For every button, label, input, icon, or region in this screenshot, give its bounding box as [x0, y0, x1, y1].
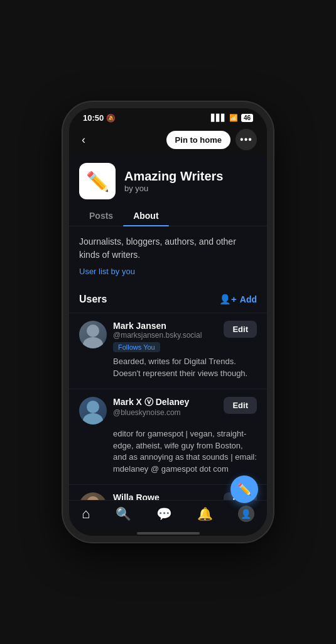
about-section: Journalists, bloggers, authors, and othe… [69, 226, 267, 289]
user-header: Mark Χ ⓥ Delaney @blueskynoise.com Edit [79, 397, 257, 425]
tabs-bar: Posts About [69, 204, 267, 226]
user-bio-mark-delaney: editor for gamespot | vegan, straight-ed… [79, 428, 257, 475]
mute-icon: 🔕 [106, 114, 116, 123]
svg-point-2 [87, 401, 99, 413]
profile-info: Amazing Writers by you [124, 169, 223, 193]
user-card-mark-delaney: Mark Χ ⓥ Delaney @blueskynoise.com Edit … [69, 389, 267, 484]
profile-section: ✏️ Amazing Writers by you [69, 155, 267, 204]
user-card-mark-jansen: Mark Jansen @marksjansen.bsky.social Fol… [69, 313, 267, 389]
svg-point-3 [83, 413, 103, 425]
bottom-tab-bar: ⌂ 🔍 💬 🔔 👤 [69, 500, 267, 530]
user-bio-mark-jansen: Bearded, writes for Digital Trends. Does… [79, 356, 257, 380]
home-icon: ⌂ [82, 506, 90, 522]
bottom-tab-home[interactable]: ⌂ [82, 506, 90, 522]
tab-about[interactable]: About [123, 204, 168, 226]
add-user-icon: 👤+ [219, 294, 237, 305]
status-bar: 10:50 🔕 ▋▋▋ 📶 46 [69, 108, 267, 125]
pin-to-home-button[interactable]: Pin to home [166, 131, 230, 149]
bottom-tab-messages[interactable]: 💬 [156, 506, 172, 521]
group-icon: ✏️ [79, 163, 116, 199]
back-button[interactable]: ‹ [79, 131, 88, 149]
user-name: Willa Rowe [113, 492, 217, 500]
user-info-mark-delaney: Mark Χ ⓥ Delaney @blueskynoise.com [113, 397, 217, 417]
user-header: Mark Jansen @marksjansen.bsky.social Fol… [79, 321, 257, 352]
status-icons: ▋▋▋ 📶 46 [211, 114, 253, 122]
main-content: ✏️ Amazing Writers by you Posts About Jo… [69, 155, 267, 500]
svg-point-1 [83, 337, 103, 348]
user-info-mark-jansen: Mark Jansen @marksjansen.bsky.social Fol… [113, 321, 217, 352]
avatar-mark-delaney [79, 397, 107, 425]
group-name: Amazing Writers [124, 169, 223, 184]
avatar-mark-jansen [79, 321, 107, 348]
nav-actions: Pin to home ••• [166, 129, 257, 150]
user-list-by: User list by you [79, 267, 257, 276]
user-info-willa-rowe: Willa Rowe @thewillarowe.bsky.social [113, 492, 217, 500]
user-header: Willa Rowe @thewillarowe.bsky.social Edi… [79, 492, 257, 500]
user-handle: @blueskynoise.com [113, 408, 217, 417]
notifications-icon: 🔔 [197, 506, 213, 521]
bottom-tab-profile[interactable]: 👤 [238, 506, 254, 522]
svg-point-0 [87, 325, 99, 337]
about-description: Journalists, bloggers, authors, and othe… [79, 235, 257, 262]
user-name: Mark Χ ⓥ Delaney [113, 397, 217, 408]
signal-icon: ▋▋▋ [211, 114, 226, 122]
status-time: 10:50 🔕 [83, 113, 116, 123]
user-handle: @marksjansen.bsky.social [113, 331, 217, 340]
edit-button-mark-delaney[interactable]: Edit [224, 397, 257, 414]
edit-button-mark-jansen[interactable]: Edit [224, 321, 257, 338]
profile-avatar-icon: 👤 [238, 506, 254, 522]
phone-frame: 10:50 🔕 ▋▋▋ 📶 46 ‹ Pin to home ••• ✏️ Am… [63, 102, 273, 542]
follows-badge: Follows You [113, 342, 160, 352]
tab-posts[interactable]: Posts [79, 204, 123, 226]
wifi-icon: 📶 [229, 114, 238, 122]
add-user-button[interactable]: 👤+ Add [219, 294, 257, 305]
time-display: 10:50 [83, 113, 104, 123]
group-byline: by you [124, 184, 223, 193]
compose-icon: ✏️ [237, 482, 251, 496]
users-title: Users [79, 294, 107, 305]
more-options-button[interactable]: ••• [236, 129, 257, 150]
bottom-tab-search[interactable]: 🔍 [116, 506, 131, 521]
user-name: Mark Jansen [113, 321, 217, 331]
messages-icon: 💬 [156, 506, 172, 521]
search-icon: 🔍 [116, 506, 131, 521]
bottom-tab-notifications[interactable]: 🔔 [197, 506, 213, 521]
nav-bar: ‹ Pin to home ••• [69, 125, 267, 155]
users-header: Users 👤+ Add [69, 289, 267, 313]
compose-fab[interactable]: ✏️ [230, 475, 258, 503]
battery-display: 46 [241, 114, 253, 122]
avatar-willa-rowe [79, 492, 107, 500]
home-bar [137, 532, 200, 535]
home-indicator [69, 530, 267, 536]
